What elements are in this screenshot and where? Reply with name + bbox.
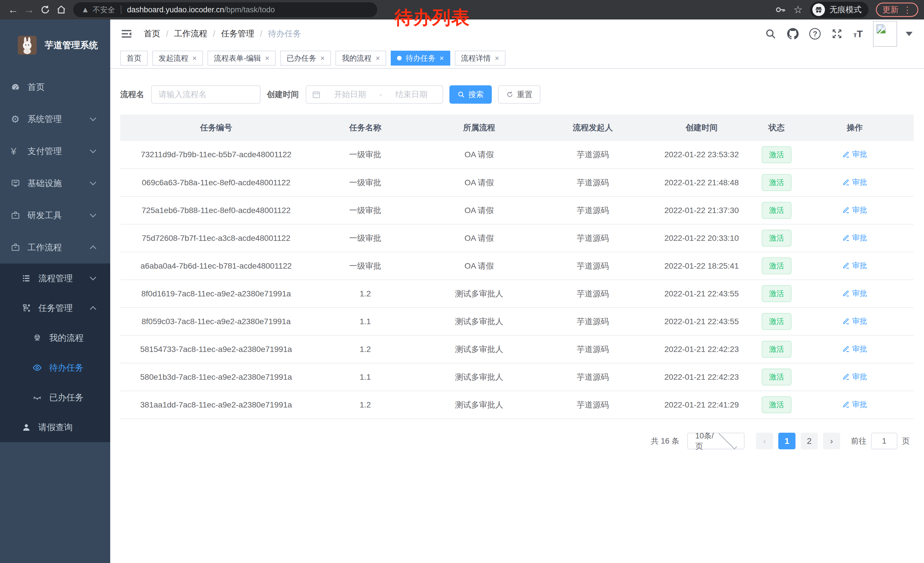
next-page-button[interactable]: › bbox=[823, 433, 840, 449]
avatar[interactable] bbox=[873, 21, 897, 47]
approve-link[interactable]: 审批 bbox=[842, 316, 867, 326]
approve-link[interactable]: 审批 bbox=[842, 205, 867, 215]
tab-home[interactable]: 首页 bbox=[120, 51, 148, 66]
cell-process: OA 请假 bbox=[418, 252, 540, 280]
refresh-icon bbox=[506, 91, 513, 98]
tab-todo-tasks[interactable]: 待办任务 × bbox=[391, 51, 450, 66]
cell-create-time: 2022-01-22 23:53:32 bbox=[646, 141, 758, 169]
forward-icon[interactable]: → bbox=[21, 2, 37, 18]
briefcase-icon bbox=[11, 243, 27, 252]
breadcrumb-task-management[interactable]: 任务管理 bbox=[221, 28, 254, 39]
sidebar-item-task-management[interactable]: 任务管理 bbox=[0, 293, 110, 323]
sidebar-item-dev-tools[interactable]: 研发工具 bbox=[0, 199, 110, 231]
page-size-select[interactable]: 10条/页 bbox=[687, 433, 744, 449]
close-icon[interactable]: × bbox=[495, 54, 499, 62]
tab-start-process[interactable]: 发起流程 × bbox=[152, 51, 203, 66]
sidebar-item-done-tasks[interactable]: 已办任务 bbox=[0, 383, 110, 412]
cell-starter: 芋道源码 bbox=[540, 280, 646, 308]
tab-done-tasks[interactable]: 已办任务 × bbox=[280, 51, 331, 66]
approve-link[interactable]: 审批 bbox=[842, 177, 867, 187]
close-icon[interactable]: × bbox=[320, 54, 325, 62]
cell-process: 测试多审批人 bbox=[418, 391, 540, 419]
key-icon[interactable] bbox=[775, 4, 786, 15]
avatar-caret-icon[interactable] bbox=[906, 32, 912, 36]
search-icon[interactable] bbox=[765, 28, 777, 40]
chevron-down-icon bbox=[718, 431, 737, 450]
close-icon[interactable]: × bbox=[265, 54, 269, 62]
logo-row[interactable]: 芋道管理系统 bbox=[0, 20, 110, 71]
approve-link[interactable]: 审批 bbox=[842, 233, 867, 243]
address-bar[interactable]: ▲ 不安全 dashboard.yudao.iocoder.cn /bpm/ta… bbox=[73, 2, 377, 17]
approve-label: 审批 bbox=[852, 344, 867, 354]
sidebar-item-my-process[interactable]: 我的流程 bbox=[0, 323, 110, 353]
url-divider bbox=[121, 6, 122, 14]
breadcrumb-home[interactable]: 首页 bbox=[144, 28, 160, 39]
approve-link[interactable]: 审批 bbox=[842, 261, 867, 270]
sidebar-item-process-management[interactable]: 流程管理 bbox=[0, 263, 110, 293]
process-name-input[interactable] bbox=[151, 86, 261, 104]
sidebar-item-label: 首页 bbox=[27, 81, 110, 93]
chevron-down-icon bbox=[90, 179, 96, 186]
person-face-icon bbox=[33, 333, 49, 342]
home-icon[interactable] bbox=[53, 2, 69, 18]
approve-link[interactable]: 审批 bbox=[842, 344, 867, 354]
page-button-1[interactable]: 1 bbox=[778, 433, 795, 449]
approve-link[interactable]: 审批 bbox=[842, 372, 867, 382]
github-icon[interactable] bbox=[787, 28, 799, 40]
approve-link[interactable]: 审批 bbox=[842, 149, 867, 159]
browser-menu-icon[interactable]: ⋮ bbox=[903, 5, 912, 15]
sidebar-item-leave-query[interactable]: 请假查询 bbox=[0, 412, 110, 442]
page-button-2[interactable]: 2 bbox=[801, 433, 818, 449]
sidebar-item-home[interactable]: 首页 bbox=[0, 71, 110, 103]
briefcase-icon bbox=[11, 211, 27, 220]
approve-link[interactable]: 审批 bbox=[842, 288, 867, 299]
tab-label: 流程详情 bbox=[461, 53, 491, 63]
bookmark-star-icon[interactable]: ☆ bbox=[794, 4, 802, 16]
sidebar-item-payment[interactable]: ¥ 支付管理 bbox=[0, 135, 110, 167]
table-row: 725a1eb6-7b88-11ec-8ef0-acde48001122 一级审… bbox=[120, 197, 914, 224]
search-button-label: 搜索 bbox=[468, 89, 484, 100]
page-unit-label: 页 bbox=[902, 436, 910, 446]
prev-page-button[interactable]: ‹ bbox=[756, 433, 773, 449]
cell-process: OA 请假 bbox=[418, 169, 540, 197]
tab-my-process[interactable]: 我的流程 × bbox=[336, 51, 386, 66]
sidebar-item-infrastructure[interactable]: 基础设施 bbox=[0, 167, 110, 199]
help-icon[interactable]: ? bbox=[809, 28, 820, 39]
date-range-picker[interactable]: 开始日期 - 结束日期 bbox=[306, 86, 443, 104]
tab-process-form-edit[interactable]: 流程表单-编辑 × bbox=[207, 51, 276, 66]
update-button[interactable]: 更新 ⋮ bbox=[876, 3, 918, 17]
close-icon[interactable]: × bbox=[375, 54, 380, 62]
approve-link[interactable]: 审批 bbox=[842, 399, 867, 410]
reload-icon[interactable] bbox=[37, 2, 53, 18]
cell-starter: 芋道源码 bbox=[540, 335, 646, 363]
font-size-icon[interactable]: тT bbox=[853, 29, 863, 39]
sidebar-item-workflow[interactable]: 工作流程 bbox=[0, 231, 110, 263]
chevron-down-icon bbox=[90, 274, 96, 281]
reset-button[interactable]: 重置 bbox=[498, 86, 540, 104]
cell-task-id: a6aba0a4-7b6d-11ec-b781-acde48001122 bbox=[120, 252, 312, 280]
sidebar-item-label: 支付管理 bbox=[27, 146, 91, 157]
tab-process-detail[interactable]: 流程详情 × bbox=[455, 51, 506, 66]
cell-task-name: 1.2 bbox=[312, 391, 418, 419]
incognito-icon bbox=[812, 3, 825, 16]
sidebar-item-system[interactable]: ⚙ 系统管理 bbox=[0, 103, 110, 135]
goto-label: 前往 bbox=[851, 436, 867, 446]
end-date-placeholder: 结束日期 bbox=[386, 89, 437, 100]
close-icon[interactable]: × bbox=[440, 54, 444, 62]
cell-process: 测试多审批人 bbox=[418, 363, 540, 391]
status-badge: 激活 bbox=[762, 369, 792, 386]
breadcrumb-workflow[interactable]: 工作流程 bbox=[174, 28, 207, 39]
approve-label: 审批 bbox=[852, 261, 867, 270]
search-button[interactable]: 搜索 bbox=[449, 86, 492, 104]
close-icon[interactable]: × bbox=[192, 54, 196, 62]
sidebar-item-label: 任务管理 bbox=[38, 302, 91, 314]
sidebar-collapse-icon[interactable] bbox=[120, 28, 133, 39]
pencil-icon bbox=[842, 317, 850, 325]
sidebar-item-todo-tasks[interactable]: 待办任务 bbox=[0, 353, 110, 383]
back-icon[interactable]: ← bbox=[5, 2, 21, 18]
flow-tree-icon bbox=[22, 303, 38, 313]
goto-page-input[interactable] bbox=[871, 433, 897, 449]
cell-create-time: 2022-01-21 22:43:55 bbox=[646, 280, 758, 308]
search-icon bbox=[458, 91, 465, 98]
fullscreen-icon[interactable] bbox=[831, 28, 843, 40]
